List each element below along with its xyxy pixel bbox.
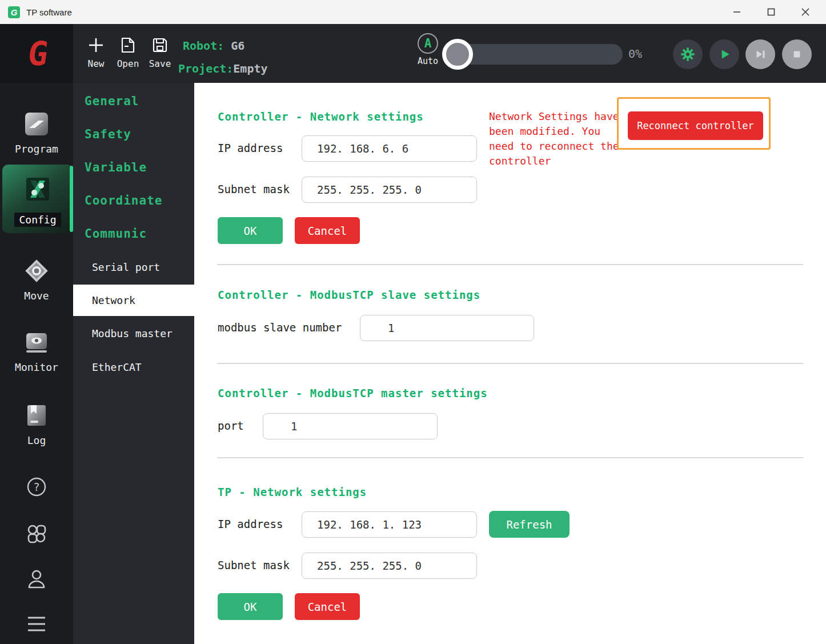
svg-text:?: ?	[33, 481, 39, 493]
settings-button[interactable]	[673, 39, 703, 69]
robot-value: G6	[231, 39, 244, 53]
sidebar-item-monitor[interactable]: Monitor	[0, 327, 73, 373]
ip-address-label: IP address	[218, 142, 283, 154]
minimize-button[interactable]	[720, 0, 754, 24]
run-button[interactable]	[709, 39, 739, 69]
sidebar-item-label: Config	[14, 213, 61, 227]
reconnect-controller-button[interactable]: Reconnect controller	[628, 111, 763, 140]
reconnect-highlight-box: Reconnect controller	[617, 97, 771, 150]
main-content: Controller - Network settings Network Se…	[194, 83, 826, 644]
new-label: New	[88, 58, 105, 69]
tp-subnet-mask-input[interactable]	[302, 553, 477, 579]
speed-value: 0%	[628, 47, 642, 61]
config-submenu: General Safety Variable Coordinate Commu…	[73, 83, 194, 644]
apps-button[interactable]	[0, 521, 73, 546]
speed-slider-knob[interactable]	[442, 39, 473, 70]
menu-item-safety[interactable]: Safety	[85, 127, 131, 141]
help-button[interactable]: ?	[0, 475, 73, 498]
section-divider	[217, 363, 803, 364]
project-value: Empty	[233, 62, 267, 75]
window-title: TP software	[26, 7, 72, 17]
modbus-slave-number-label: modbus slave number	[218, 321, 342, 334]
open-label: Open	[117, 58, 139, 69]
save-icon	[151, 37, 169, 54]
close-icon	[801, 8, 809, 16]
app-window: G TP software G Program	[0, 0, 826, 644]
close-button[interactable]	[788, 0, 823, 24]
menu-item-variable[interactable]: Variable	[85, 161, 147, 174]
gear-icon	[680, 46, 696, 62]
refresh-button[interactable]: Refresh	[489, 511, 570, 538]
controller-network-title: Controller - Network settings	[218, 110, 424, 123]
subnet-mask-input[interactable]	[302, 177, 477, 203]
menu-item-general[interactable]: General	[85, 94, 139, 108]
brand-logo-icon: G	[0, 24, 73, 83]
plus-icon	[87, 37, 105, 54]
stop-icon	[789, 47, 804, 62]
window-controls	[720, 0, 823, 24]
modbus-slave-title: Controller - ModbusTCP slave settings	[218, 289, 480, 301]
tp-network-cancel-button[interactable]: Cancel	[295, 593, 360, 620]
menu-item-communic[interactable]: Communic	[85, 227, 147, 241]
move-icon	[21, 255, 52, 286]
save-label: Save	[149, 58, 171, 69]
minimize-icon	[733, 8, 741, 16]
tp-subnet-mask-label: Subnet mask	[218, 559, 290, 571]
maximize-button[interactable]	[754, 0, 788, 24]
new-button[interactable]: New	[79, 37, 113, 69]
sidebar-item-label: Log	[27, 434, 46, 446]
auto-mode-icon: A	[418, 33, 438, 54]
app-logo-icon: G	[8, 6, 20, 18]
sidebar-item-label: Move	[24, 290, 49, 302]
open-file-icon	[119, 37, 137, 54]
sidebar-item-program[interactable]: Program	[0, 109, 73, 155]
help-icon: ?	[25, 475, 48, 498]
modbus-master-title: Controller - ModbusTCP master settings	[218, 387, 488, 399]
maximize-icon	[767, 8, 775, 16]
config-icon	[22, 174, 53, 205]
sidebar-item-config[interactable]: Config	[2, 165, 73, 233]
menu-item-serial-port[interactable]: Serial port	[92, 261, 160, 273]
sidebar-item-log[interactable]: Log	[0, 400, 73, 446]
port-input[interactable]	[263, 413, 438, 439]
save-button[interactable]: Save	[143, 37, 177, 69]
project-label: Project:	[178, 62, 233, 75]
step-button[interactable]	[745, 39, 775, 69]
mode-toggle[interactable]: A Auto	[415, 33, 441, 66]
controller-network-ok-button[interactable]: OK	[218, 217, 283, 244]
menu-button[interactable]	[0, 613, 73, 635]
controller-network-cancel-button[interactable]: Cancel	[295, 217, 360, 244]
ip-address-input[interactable]	[302, 135, 477, 162]
auto-mode-label: Auto	[415, 56, 441, 66]
menu-item-network[interactable]: Network	[73, 285, 194, 316]
sidebar-item-label: Program	[15, 143, 58, 155]
primary-sidebar: G Program Config	[0, 24, 73, 644]
tp-ip-address-label: IP address	[218, 518, 283, 530]
open-button[interactable]: Open	[111, 37, 145, 69]
menu-item-modbus-master[interactable]: Modbus master	[92, 327, 173, 339]
monitor-icon	[21, 327, 52, 358]
network-warning-text: Network Settings have been modified. You…	[489, 109, 619, 169]
menu-item-ethercat[interactable]: EtherCAT	[92, 361, 142, 373]
play-icon	[717, 47, 732, 62]
subnet-mask-label: Subnet mask	[218, 183, 290, 195]
robot-status: Robot: G6	[183, 39, 244, 53]
section-divider	[217, 457, 803, 458]
speed-slider[interactable]	[443, 44, 623, 65]
tp-network-ok-button[interactable]: OK	[218, 593, 283, 620]
tp-ip-address-input[interactable]	[302, 511, 477, 538]
modbus-slave-number-input[interactable]	[360, 315, 534, 341]
apps-icon	[24, 521, 49, 546]
user-button[interactable]	[0, 567, 73, 592]
program-icon	[21, 109, 52, 139]
project-status: Project:Empty	[178, 62, 268, 75]
log-icon	[21, 400, 52, 431]
tp-network-title: TP - Network settings	[218, 486, 367, 498]
section-divider	[217, 264, 803, 265]
top-toolbar: New Open Save Robot: G6 Project:Empty	[73, 24, 826, 83]
sidebar-item-move[interactable]: Move	[0, 255, 73, 302]
stop-button[interactable]	[782, 39, 812, 69]
titlebar: G TP software	[0, 0, 826, 24]
menu-item-coordinate[interactable]: Coordinate	[85, 194, 162, 207]
menu-icon	[24, 613, 49, 635]
